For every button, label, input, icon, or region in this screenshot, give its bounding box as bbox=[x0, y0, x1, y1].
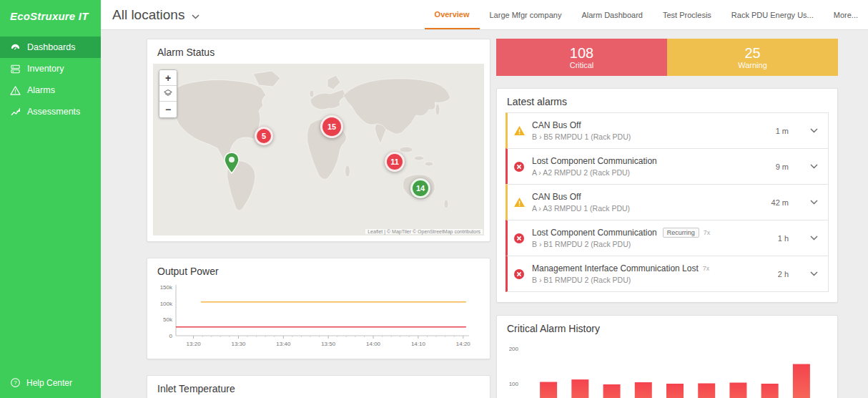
alarm-row[interactable]: Management Interface Communication Lost7… bbox=[505, 256, 829, 292]
tab-alarm-dashboard[interactable]: Alarm Dashboard bbox=[571, 0, 653, 29]
inlet-temperature-card: Inlet Temperature 60 bbox=[147, 375, 490, 398]
critical-count-value: 108 bbox=[570, 45, 593, 61]
warning-count-label: Warning bbox=[738, 61, 767, 69]
latest-alarms-card: Latest alarms CAN Bus OffB › B5 RMPDU 1 … bbox=[496, 88, 838, 303]
map-cluster-marker[interactable]: 15 bbox=[320, 115, 343, 138]
svg-text:14:10: 14:10 bbox=[411, 341, 426, 347]
tab-test-proclesis[interactable]: Test Proclesis bbox=[653, 0, 721, 29]
map-pin-marker[interactable] bbox=[224, 152, 240, 177]
tab-large-mfgr-company[interactable]: Large Mfgr company bbox=[480, 0, 572, 29]
tab-more[interactable]: More... bbox=[824, 0, 868, 29]
left-column: Alarm Status bbox=[147, 39, 490, 398]
help-center-label: Help Center bbox=[26, 378, 72, 388]
topbar: All locations OverviewLarge Mfgr company… bbox=[101, 0, 868, 30]
alarm-title: Management Interface Communication Lost bbox=[532, 263, 699, 273]
sidebar-menu: DashboardsInventoryAlarmsAssessments bbox=[0, 37, 101, 122]
critical-circle-icon bbox=[514, 233, 525, 243]
svg-text:14:20: 14:20 bbox=[456, 341, 471, 347]
svg-text:14:00: 14:00 bbox=[366, 341, 381, 347]
sidebar-item-label: Dashboards bbox=[27, 42, 75, 52]
critical-count-tile[interactable]: 108 Critical bbox=[496, 39, 667, 76]
card-title: Latest alarms bbox=[497, 89, 837, 112]
alarm-location: B › B5 RMPDU 1 (Rack PDU) bbox=[532, 132, 631, 141]
critical-alarm-history-card: Critical Alarm History 200100 bbox=[496, 315, 838, 398]
svg-text:13:40: 13:40 bbox=[276, 341, 291, 347]
location-selector[interactable]: All locations bbox=[112, 7, 199, 23]
sidebar-item-label: Alarms bbox=[27, 85, 55, 95]
sidebar-item-dashboards[interactable]: Dashboards bbox=[0, 37, 101, 58]
sidebar: EcoStruxure IT DashboardsInventoryAlarms… bbox=[0, 0, 101, 398]
map-cluster-marker[interactable]: 11 bbox=[385, 152, 405, 172]
warning-count-value: 25 bbox=[744, 45, 760, 61]
chevron-down-icon[interactable] bbox=[807, 233, 821, 243]
alarm-row[interactable]: Lost Component CommunicationA › A2 RMPDU… bbox=[505, 148, 829, 185]
zoom-out-button[interactable]: − bbox=[159, 102, 177, 117]
alarm-location: A › A3 RMPDU 1 (Rack PDU) bbox=[532, 204, 630, 213]
alarm-location: B › B1 RMPDU 2 (Rack PDU) bbox=[532, 276, 709, 284]
svg-text:150k: 150k bbox=[160, 284, 173, 291]
warning-triangle-icon bbox=[10, 85, 21, 96]
chevron-down-icon bbox=[192, 7, 199, 23]
zoom-in-button[interactable]: + bbox=[159, 70, 177, 86]
latest-alarms-list: CAN Bus OffB › B5 RMPDU 1 (Rack PDU)1 mL… bbox=[505, 112, 829, 292]
alarm-row[interactable]: CAN Bus OffB › B5 RMPDU 1 (Rack PDU)1 m bbox=[505, 112, 829, 149]
alarm-row[interactable]: Lost Component CommunicationRecurring7xB… bbox=[505, 220, 829, 256]
chevron-down-icon[interactable] bbox=[807, 161, 821, 172]
svg-text:200: 200 bbox=[509, 346, 519, 352]
trend-icon bbox=[10, 107, 21, 117]
sidebar-item-label: Assessments bbox=[27, 107, 80, 117]
warning-triangle-icon bbox=[514, 198, 525, 207]
sidebar-item-alarms[interactable]: Alarms bbox=[0, 79, 101, 101]
svg-text:0: 0 bbox=[169, 333, 173, 339]
dashboard-tabs: OverviewLarge Mfgr companyAlarm Dashboar… bbox=[425, 0, 868, 29]
sidebar-item-inventory[interactable]: Inventory bbox=[0, 58, 101, 79]
alarm-summary-row: 108 Critical 25 Warning bbox=[496, 39, 838, 76]
chevron-down-icon[interactable] bbox=[807, 197, 821, 208]
tab-rack-pdu-energy-us[interactable]: Rack PDU Energy Us... bbox=[721, 0, 824, 29]
alarm-status-map[interactable]: 5151114 + − Leaflet | © MapTiler © OpenS… bbox=[153, 64, 484, 236]
tab-overview[interactable]: Overview bbox=[425, 0, 480, 29]
main-area: All locations OverviewLarge Mfgr company… bbox=[101, 0, 868, 398]
svg-text:100k: 100k bbox=[160, 301, 173, 307]
alarm-status-card: Alarm Status bbox=[147, 39, 490, 242]
chevron-down-icon[interactable] bbox=[807, 268, 821, 279]
card-title: Alarm Status bbox=[147, 39, 490, 62]
right-column: 108 Critical 25 Warning Latest alarms CA… bbox=[496, 39, 838, 398]
chevron-down-icon[interactable] bbox=[807, 125, 821, 136]
alarm-title: Lost Component Communication bbox=[532, 156, 657, 166]
alarm-age: 42 m bbox=[771, 198, 800, 207]
alarm-location: B › B1 RMPDU 2 (Rack PDU) bbox=[532, 240, 710, 248]
location-selector-label: All locations bbox=[112, 7, 184, 23]
sidebar-item-assessments[interactable]: Assessments bbox=[0, 101, 101, 122]
map-cluster-marker[interactable]: 14 bbox=[410, 178, 430, 198]
output-power-chart: 050k100k150k13:2013:3013:4013:5014:0014:… bbox=[147, 281, 490, 359]
map-controls: + − bbox=[159, 69, 177, 118]
dashboard-content: Alarm Status bbox=[101, 30, 868, 398]
critical-count-label: Critical bbox=[570, 61, 594, 69]
card-title: Inlet Temperature bbox=[147, 376, 490, 398]
server-icon bbox=[10, 64, 21, 74]
warning-triangle-icon bbox=[514, 126, 525, 135]
recurring-badge: Recurring bbox=[663, 228, 699, 238]
output-power-card: Output Power 050k100k150k13:2013:3013:40… bbox=[147, 258, 490, 359]
svg-text:13:20: 13:20 bbox=[187, 341, 202, 347]
alarm-location: A › A2 RMPDU 2 (Rack PDU) bbox=[532, 168, 657, 177]
map-attribution: Leaflet | © MapTiler © OpenStreetMap con… bbox=[365, 229, 483, 234]
help-icon: ? bbox=[10, 377, 21, 388]
critical-alarm-history-chart: 200100 bbox=[497, 339, 837, 398]
map-cluster-marker[interactable]: 5 bbox=[255, 127, 273, 145]
world-map bbox=[153, 64, 479, 228]
critical-circle-icon bbox=[514, 269, 525, 279]
alarm-age: 1 h bbox=[778, 234, 800, 243]
svg-text:100: 100 bbox=[509, 381, 519, 387]
alarm-age: 1 m bbox=[776, 127, 800, 135]
card-title: Critical Alarm History bbox=[497, 316, 837, 339]
help-center-button[interactable]: ? Help Center bbox=[0, 369, 101, 398]
svg-text:13:30: 13:30 bbox=[231, 341, 246, 347]
layers-button[interactable] bbox=[159, 86, 177, 102]
card-title: Output Power bbox=[147, 258, 490, 281]
alarm-row[interactable]: CAN Bus OffA › A3 RMPDU 1 (Rack PDU)42 m bbox=[505, 184, 829, 220]
sidebar-item-label: Inventory bbox=[27, 64, 64, 74]
gauge-icon bbox=[10, 42, 21, 53]
warning-count-tile[interactable]: 25 Warning bbox=[667, 39, 838, 76]
